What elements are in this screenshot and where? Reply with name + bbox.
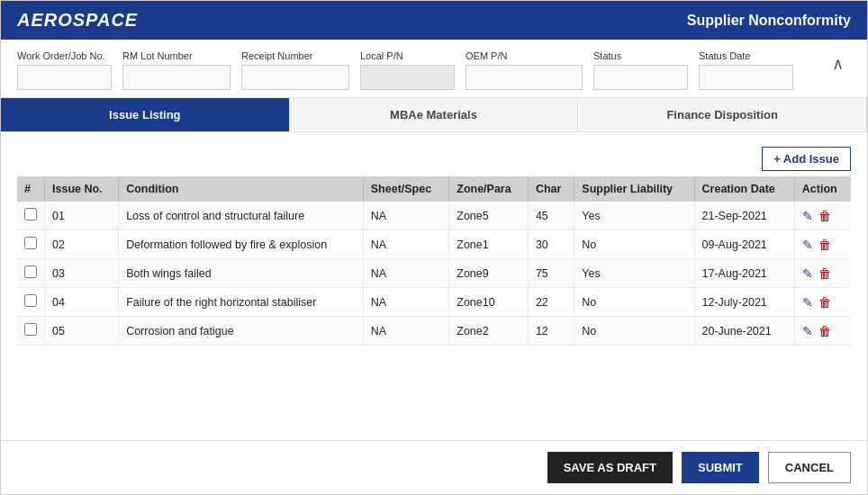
- form-group-status: Status: [593, 50, 688, 90]
- add-issue-button[interactable]: + Add Issue: [762, 147, 851, 171]
- table-row: 05Corrosion and fatigueNAZone212No20-Jun…: [17, 317, 851, 346]
- field-input-receipt[interactable]: [241, 65, 349, 90]
- col-supplier-liability: Supplier Liability: [574, 176, 694, 202]
- col-checkbox: #: [17, 176, 45, 202]
- submit-button[interactable]: SUBMIT: [682, 452, 759, 483]
- tab-issue-listing[interactable]: Issue Listing: [1, 98, 290, 131]
- cell-sheet-spec: NA: [363, 317, 449, 346]
- cell-supplier-liability: Yes: [574, 202, 694, 230]
- cell-supplier-liability: No: [574, 230, 694, 259]
- cell-issue-no: 03: [45, 259, 119, 288]
- row-checkbox-cell: [17, 259, 45, 288]
- cell-issue-no: 02: [45, 230, 119, 259]
- row-checkbox[interactable]: [24, 237, 37, 249]
- page-title: Supplier Nonconformity: [687, 13, 851, 29]
- field-label-status-date: Status Date: [699, 50, 793, 61]
- cell-supplier-liability: No: [574, 317, 694, 346]
- cell-zone-para: Zone10: [449, 288, 529, 317]
- cell-creation-date: 12-July-2021: [694, 288, 794, 317]
- row-checkbox[interactable]: [24, 294, 37, 307]
- form-group-receipt: Receipt Number: [241, 50, 349, 90]
- cell-creation-date: 20-June-2021: [694, 317, 794, 346]
- table-row: 03Both wings failedNAZone975Yes17-Aug-20…: [17, 259, 851, 288]
- edit-icon[interactable]: ✎: [802, 266, 813, 281]
- field-input-status-date[interactable]: [699, 65, 793, 90]
- cell-condition: Failure of the right horizontal stabilis…: [119, 288, 364, 317]
- footer: SAVE AS DRAFT SUBMIT CANCEL: [1, 440, 867, 494]
- delete-icon[interactable]: 🗑: [818, 209, 831, 223]
- field-input-rm-lot[interactable]: [122, 65, 231, 90]
- cell-action: ✎🗑: [794, 317, 851, 346]
- cell-zone-para: Zone5: [449, 202, 529, 230]
- field-input-oem-pn[interactable]: [466, 65, 583, 90]
- form-group-oem-pn: OEM P/N: [466, 50, 583, 90]
- row-checkbox-cell: [17, 317, 45, 346]
- cell-issue-no: 05: [45, 317, 119, 346]
- row-checkbox-cell: [17, 288, 45, 317]
- field-label-oem-pn: OEM P/N: [466, 50, 583, 61]
- cell-supplier-liability: Yes: [574, 259, 694, 288]
- delete-icon[interactable]: 🗑: [818, 266, 831, 281]
- cell-sheet-spec: NA: [363, 259, 449, 288]
- col-zone-para: Zone/Para: [449, 176, 529, 202]
- cell-creation-date: 17-Aug-2021: [694, 259, 794, 288]
- cell-creation-date: 09-Aug-2021: [694, 230, 794, 259]
- field-input-local-pn[interactable]: [360, 65, 455, 90]
- form-group-work-order: Work Order/Job No.: [17, 50, 112, 90]
- cell-sheet-spec: NA: [363, 230, 449, 259]
- cell-action: ✎🗑: [794, 230, 851, 259]
- field-label-local-pn: Local P/N: [360, 50, 455, 61]
- form-fields-row: Work Order/Job No.RM Lot NumberReceipt N…: [1, 40, 867, 98]
- edit-icon[interactable]: ✎: [802, 238, 813, 252]
- col-creation-date: Creation Date: [694, 176, 794, 202]
- collapse-button[interactable]: ∧: [825, 50, 851, 77]
- cancel-button[interactable]: CANCEL: [768, 452, 851, 483]
- table-section: + Add Issue # Issue No. Condition Sheet/…: [1, 132, 867, 440]
- cell-issue-no: 04: [45, 288, 119, 317]
- row-checkbox[interactable]: [24, 208, 37, 220]
- tabs-bar: Issue Listing MBAe Materials Finance Dis…: [1, 98, 867, 132]
- issues-table: # Issue No. Condition Sheet/Spec Zone/Pa…: [17, 176, 851, 346]
- cell-creation-date: 21-Sep-2021: [694, 202, 794, 230]
- logo: AEROSPACE: [17, 10, 138, 31]
- col-issue-no: Issue No.: [45, 176, 119, 202]
- cell-char: 45: [528, 202, 574, 230]
- row-checkbox-cell: [17, 202, 45, 230]
- cell-condition: Corrosion and fatigue: [119, 317, 364, 346]
- cell-condition: Both wings failed: [119, 259, 364, 288]
- edit-icon[interactable]: ✎: [802, 209, 813, 223]
- table-header-row: # Issue No. Condition Sheet/Spec Zone/Pa…: [17, 176, 851, 202]
- delete-icon[interactable]: 🗑: [818, 295, 831, 310]
- field-input-status[interactable]: [593, 65, 688, 90]
- cell-action: ✎🗑: [794, 259, 851, 288]
- col-char: Char: [528, 176, 574, 202]
- form-group-rm-lot: RM Lot Number: [122, 50, 231, 90]
- delete-icon[interactable]: 🗑: [818, 324, 831, 338]
- col-action: Action: [794, 176, 851, 202]
- cell-char: 12: [528, 317, 574, 346]
- cell-action: ✎🗑: [794, 202, 851, 230]
- form-group-status-date: Status Date: [699, 50, 793, 90]
- field-label-work-order: Work Order/Job No.: [17, 50, 112, 61]
- row-checkbox[interactable]: [24, 323, 37, 336]
- cell-zone-para: Zone1: [449, 230, 529, 259]
- tab-finance-disposition[interactable]: Finance Disposition: [578, 98, 867, 131]
- cell-issue-no: 01: [45, 202, 119, 230]
- save-draft-button[interactable]: SAVE AS DRAFT: [547, 452, 673, 483]
- cell-sheet-spec: NA: [363, 202, 449, 230]
- table-row: 04Failure of the right horizontal stabil…: [17, 288, 851, 317]
- field-label-status: Status: [593, 50, 688, 61]
- row-checkbox[interactable]: [24, 266, 37, 278]
- cell-char: 75: [528, 259, 574, 288]
- col-condition: Condition: [119, 176, 364, 202]
- field-input-work-order[interactable]: [17, 65, 112, 90]
- delete-icon[interactable]: 🗑: [818, 238, 831, 252]
- row-checkbox-cell: [17, 230, 45, 259]
- cell-condition: Deformation followed by fire & explosion: [119, 230, 364, 259]
- field-label-rm-lot: RM Lot Number: [122, 50, 231, 61]
- table-row: 02Deformation followed by fire & explosi…: [17, 230, 851, 259]
- table-row: 01Loss of control and structural failure…: [17, 202, 851, 230]
- edit-icon[interactable]: ✎: [802, 324, 813, 338]
- tab-mbae-materials[interactable]: MBAe Materials: [290, 98, 579, 131]
- edit-icon[interactable]: ✎: [802, 295, 813, 310]
